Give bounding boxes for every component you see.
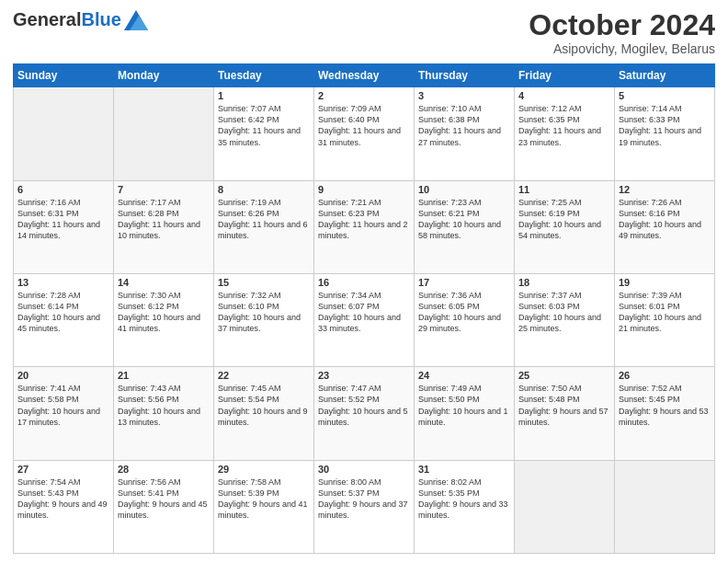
calendar-header-row: Sunday Monday Tuesday Wednesday Thursday… (14, 64, 715, 87)
day-info: Sunrise: 7:34 AMSunset: 6:07 PMDaylight:… (318, 290, 410, 335)
col-saturday: Saturday (615, 64, 715, 87)
calendar-cell: 14Sunrise: 7:30 AMSunset: 6:12 PMDayligh… (114, 273, 214, 366)
calendar-cell (515, 460, 615, 553)
day-number: 16 (318, 277, 410, 288)
calendar-cell: 9Sunrise: 7:21 AMSunset: 6:23 PMDaylight… (314, 180, 415, 273)
week-row-4: 20Sunrise: 7:41 AMSunset: 5:58 PMDayligh… (14, 367, 715, 460)
week-row-3: 13Sunrise: 7:28 AMSunset: 6:14 PMDayligh… (14, 273, 715, 366)
calendar-cell: 19Sunrise: 7:39 AMSunset: 6:01 PMDayligh… (615, 273, 715, 366)
day-number: 20 (17, 370, 109, 381)
day-number: 22 (218, 370, 310, 381)
calendar-cell: 27Sunrise: 7:54 AMSunset: 5:43 PMDayligh… (14, 460, 114, 553)
day-info: Sunrise: 7:50 AMSunset: 5:48 PMDaylight:… (518, 383, 610, 428)
calendar-cell: 25Sunrise: 7:50 AMSunset: 5:48 PMDayligh… (515, 367, 615, 460)
day-number: 29 (218, 464, 310, 475)
day-info: Sunrise: 7:30 AMSunset: 6:12 PMDaylight:… (118, 290, 210, 335)
day-info: Sunrise: 7:49 AMSunset: 5:50 PMDaylight:… (418, 383, 510, 428)
day-info: Sunrise: 7:36 AMSunset: 6:05 PMDaylight:… (418, 290, 510, 335)
day-info: Sunrise: 7:58 AMSunset: 5:39 PMDaylight:… (218, 477, 310, 522)
col-tuesday: Tuesday (214, 64, 314, 87)
day-info: Sunrise: 7:10 AMSunset: 6:38 PMDaylight:… (418, 103, 510, 148)
day-info: Sunrise: 7:43 AMSunset: 5:56 PMDaylight:… (118, 383, 210, 428)
day-number: 15 (218, 277, 310, 288)
day-number: 4 (518, 90, 610, 101)
day-number: 28 (118, 464, 210, 475)
logo-general-text: GeneralBlue (13, 9, 121, 30)
day-info: Sunrise: 7:09 AMSunset: 6:40 PMDaylight:… (318, 103, 410, 148)
day-info: Sunrise: 7:41 AMSunset: 5:58 PMDaylight:… (17, 383, 109, 428)
week-row-5: 27Sunrise: 7:54 AMSunset: 5:43 PMDayligh… (14, 460, 715, 553)
day-number: 3 (418, 90, 510, 101)
calendar-cell: 18Sunrise: 7:37 AMSunset: 6:03 PMDayligh… (515, 273, 615, 366)
day-info: Sunrise: 7:17 AMSunset: 6:28 PMDaylight:… (118, 197, 210, 242)
day-info: Sunrise: 8:00 AMSunset: 5:37 PMDaylight:… (318, 477, 410, 522)
calendar-cell: 11Sunrise: 7:25 AMSunset: 6:19 PMDayligh… (515, 180, 615, 273)
day-info: Sunrise: 7:25 AMSunset: 6:19 PMDaylight:… (518, 197, 610, 242)
calendar-cell: 4Sunrise: 7:12 AMSunset: 6:35 PMDaylight… (515, 87, 615, 180)
calendar-cell: 2Sunrise: 7:09 AMSunset: 6:40 PMDaylight… (314, 87, 415, 180)
day-number: 21 (118, 370, 210, 381)
day-info: Sunrise: 7:16 AMSunset: 6:31 PMDaylight:… (17, 197, 109, 242)
col-monday: Monday (114, 64, 214, 87)
calendar-cell: 29Sunrise: 7:58 AMSunset: 5:39 PMDayligh… (214, 460, 314, 553)
month-title: October 2024 (529, 9, 715, 41)
day-info: Sunrise: 7:21 AMSunset: 6:23 PMDaylight:… (318, 197, 410, 242)
day-info: Sunrise: 7:45 AMSunset: 5:54 PMDaylight:… (218, 383, 310, 428)
calendar-cell: 30Sunrise: 8:00 AMSunset: 5:37 PMDayligh… (314, 460, 415, 553)
calendar-cell: 5Sunrise: 7:14 AMSunset: 6:33 PMDaylight… (615, 87, 715, 180)
day-number: 23 (318, 370, 410, 381)
day-info: Sunrise: 7:54 AMSunset: 5:43 PMDaylight:… (17, 477, 109, 522)
page: GeneralBlue October 2024 Asipovichy, Mog… (0, 0, 728, 563)
day-number: 2 (318, 90, 410, 101)
day-info: Sunrise: 7:32 AMSunset: 6:10 PMDaylight:… (218, 290, 310, 335)
calendar-cell: 7Sunrise: 7:17 AMSunset: 6:28 PMDaylight… (114, 180, 214, 273)
day-number: 10 (418, 184, 510, 195)
calendar-table: Sunday Monday Tuesday Wednesday Thursday… (13, 63, 715, 554)
day-info: Sunrise: 7:39 AMSunset: 6:01 PMDaylight:… (619, 290, 711, 335)
day-number: 31 (418, 464, 510, 475)
day-info: Sunrise: 7:47 AMSunset: 5:52 PMDaylight:… (318, 383, 410, 428)
day-info: Sunrise: 8:02 AMSunset: 5:35 PMDaylight:… (418, 477, 510, 522)
day-info: Sunrise: 7:28 AMSunset: 6:14 PMDaylight:… (17, 290, 109, 335)
col-thursday: Thursday (415, 64, 515, 87)
day-number: 6 (17, 184, 109, 195)
calendar-cell (14, 87, 114, 180)
calendar-cell: 10Sunrise: 7:23 AMSunset: 6:21 PMDayligh… (415, 180, 515, 273)
calendar-cell: 28Sunrise: 7:56 AMSunset: 5:41 PMDayligh… (114, 460, 214, 553)
day-number: 9 (318, 184, 410, 195)
day-info: Sunrise: 7:19 AMSunset: 6:26 PMDaylight:… (218, 197, 310, 242)
calendar-cell: 17Sunrise: 7:36 AMSunset: 6:05 PMDayligh… (415, 273, 515, 366)
day-number: 11 (518, 184, 610, 195)
calendar-cell: 31Sunrise: 8:02 AMSunset: 5:35 PMDayligh… (415, 460, 515, 553)
day-number: 13 (17, 277, 109, 288)
calendar-cell: 15Sunrise: 7:32 AMSunset: 6:10 PMDayligh… (214, 273, 314, 366)
calendar-cell: 21Sunrise: 7:43 AMSunset: 5:56 PMDayligh… (114, 367, 214, 460)
col-wednesday: Wednesday (314, 64, 415, 87)
day-number: 5 (619, 90, 711, 101)
day-number: 27 (17, 464, 109, 475)
day-number: 8 (218, 184, 310, 195)
day-number: 17 (418, 277, 510, 288)
location: Asipovichy, Mogilev, Belarus (529, 41, 715, 56)
calendar-cell: 12Sunrise: 7:26 AMSunset: 6:16 PMDayligh… (615, 180, 715, 273)
calendar-cell: 3Sunrise: 7:10 AMSunset: 6:38 PMDaylight… (415, 87, 515, 180)
logo-general: General (13, 9, 81, 29)
day-number: 14 (118, 277, 210, 288)
col-sunday: Sunday (14, 64, 114, 87)
day-info: Sunrise: 7:52 AMSunset: 5:45 PMDaylight:… (619, 383, 711, 428)
header: GeneralBlue October 2024 Asipovichy, Mog… (13, 9, 715, 56)
calendar-cell: 16Sunrise: 7:34 AMSunset: 6:07 PMDayligh… (314, 273, 415, 366)
col-friday: Friday (515, 64, 615, 87)
day-number: 25 (518, 370, 610, 381)
day-info: Sunrise: 7:07 AMSunset: 6:42 PMDaylight:… (218, 103, 310, 148)
week-row-2: 6Sunrise: 7:16 AMSunset: 6:31 PMDaylight… (14, 180, 715, 273)
calendar-cell: 8Sunrise: 7:19 AMSunset: 6:26 PMDaylight… (214, 180, 314, 273)
logo-icon (124, 10, 148, 30)
day-number: 24 (418, 370, 510, 381)
day-number: 18 (518, 277, 610, 288)
day-info: Sunrise: 7:26 AMSunset: 6:16 PMDaylight:… (619, 197, 711, 242)
day-info: Sunrise: 7:37 AMSunset: 6:03 PMDaylight:… (518, 290, 610, 335)
day-number: 1 (218, 90, 310, 101)
calendar-cell: 20Sunrise: 7:41 AMSunset: 5:58 PMDayligh… (14, 367, 114, 460)
day-info: Sunrise: 7:12 AMSunset: 6:35 PMDaylight:… (518, 103, 610, 148)
